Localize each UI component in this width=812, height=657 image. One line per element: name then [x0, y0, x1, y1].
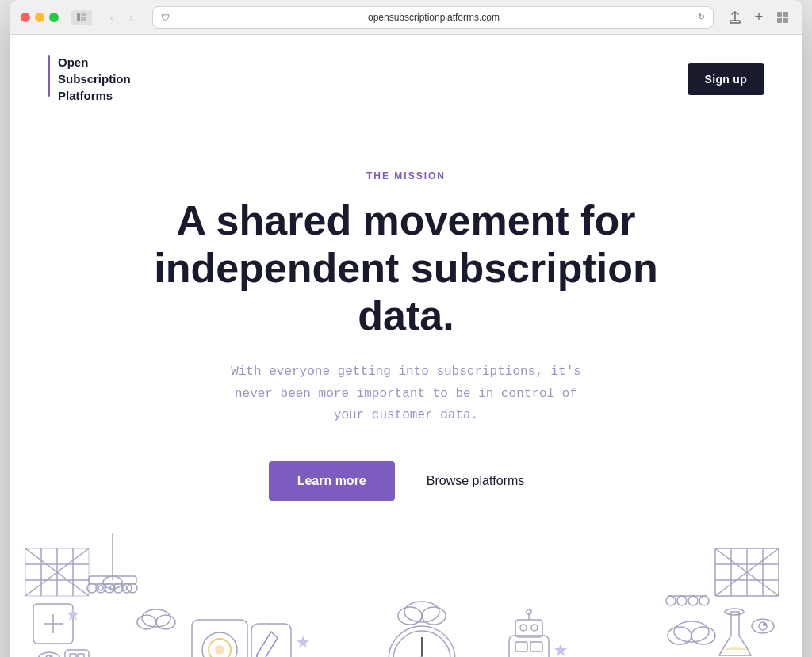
- svg-rect-6: [777, 18, 782, 23]
- grid-icon[interactable]: [774, 9, 791, 26]
- security-icon: 🛡: [161, 13, 170, 22]
- svg-point-27: [38, 652, 60, 657]
- sidebar-toggle[interactable]: [71, 10, 92, 25]
- maximize-button[interactable]: [49, 13, 59, 22]
- svg-rect-52: [251, 624, 291, 657]
- svg-point-101: [674, 621, 709, 642]
- svg-point-68: [404, 602, 439, 622]
- svg-rect-80: [515, 620, 542, 637]
- website-content: Open Subscription Platforms Sign up THE …: [10, 35, 802, 657]
- hero-illustration: [10, 533, 802, 657]
- window-controls: [71, 10, 92, 25]
- address-bar-container[interactable]: 🛡 opensubscriptionplatforms.com ↻: [152, 6, 714, 29]
- svg-point-40: [156, 615, 175, 629]
- browser-window: ‹ › 🛡 opensubscriptionplatforms.com ↻ +: [10, 0, 802, 657]
- nav-arrows: ‹ ›: [103, 9, 140, 26]
- svg-point-102: [668, 627, 691, 644]
- svg-point-39: [137, 615, 156, 629]
- site-logo: Open Subscription Platforms: [48, 54, 131, 104]
- svg-point-107: [688, 596, 698, 605]
- minimize-button[interactable]: [35, 13, 44, 22]
- svg-point-105: [666, 596, 676, 605]
- hero-subtext: With everyone getting into subscriptions…: [216, 361, 596, 426]
- forward-button[interactable]: ›: [122, 9, 140, 26]
- svg-rect-1: [81, 13, 86, 16]
- svg-rect-0: [77, 13, 80, 21]
- svg-marker-53: [257, 632, 278, 657]
- svg-point-108: [699, 596, 709, 605]
- svg-rect-4: [777, 12, 782, 17]
- svg-rect-7: [783, 18, 788, 23]
- svg-rect-77: [515, 642, 527, 651]
- svg-point-69: [398, 607, 422, 625]
- svg-rect-3: [81, 19, 86, 21]
- svg-point-106: [677, 596, 687, 605]
- hero-section: THE MISSION A shared movement for indepe…: [10, 123, 802, 501]
- traffic-lights: [21, 13, 59, 22]
- close-button[interactable]: [21, 13, 30, 22]
- share-icon[interactable]: [726, 9, 744, 26]
- svg-rect-31: [70, 654, 76, 657]
- browser-titlebar: ‹ › 🛡 opensubscriptionplatforms.com ↻ +: [10, 0, 802, 35]
- learn-more-button[interactable]: Learn more: [269, 461, 395, 501]
- refresh-icon[interactable]: ↻: [698, 12, 705, 22]
- svg-point-82: [531, 625, 538, 631]
- svg-point-22: [128, 583, 137, 593]
- svg-marker-87: [554, 644, 567, 656]
- hero-cta: Learn more Browse platforms: [48, 461, 764, 501]
- logo-bar: [48, 55, 50, 97]
- back-button[interactable]: ‹: [103, 9, 121, 26]
- logo-text: Open Subscription Platforms: [58, 54, 131, 104]
- browse-platforms-button[interactable]: Browse platforms: [408, 461, 544, 501]
- hero-headline: A shared movement for independent subscr…: [136, 197, 676, 339]
- browser-actions: +: [726, 9, 791, 26]
- svg-point-70: [422, 607, 446, 625]
- svg-point-103: [691, 627, 715, 644]
- svg-point-35: [98, 586, 103, 590]
- svg-point-81: [520, 625, 527, 631]
- svg-rect-32: [78, 654, 84, 657]
- svg-rect-5: [783, 12, 788, 17]
- svg-marker-55: [297, 636, 309, 648]
- svg-point-51: [215, 645, 224, 655]
- svg-point-100: [764, 623, 766, 625]
- svg-rect-78: [530, 642, 542, 651]
- hero-eyebrow: THE MISSION: [48, 170, 764, 181]
- svg-rect-30: [65, 650, 89, 657]
- illustration-area: [10, 533, 802, 657]
- svg-rect-2: [81, 17, 86, 19]
- signup-button[interactable]: Sign up: [688, 63, 764, 95]
- address-bar: opensubscriptionplatforms.com: [174, 12, 693, 23]
- site-header: Open Subscription Platforms Sign up: [10, 35, 802, 123]
- new-tab-icon[interactable]: +: [750, 9, 768, 26]
- svg-point-98: [752, 619, 774, 633]
